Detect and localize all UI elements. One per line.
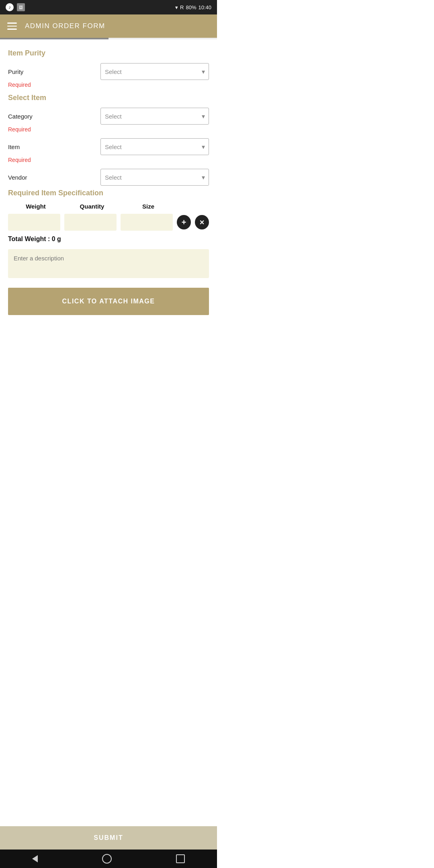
weight-header: Weight: [10, 203, 62, 210]
app-header: ADMIN ORDER FORM: [0, 14, 217, 38]
spec-row: + ×: [8, 214, 209, 231]
spec-headers: Weight Quantity Size: [8, 203, 209, 210]
spec-section-title: Required Item Specification: [8, 189, 209, 197]
item-select-wrapper: Select ▾: [100, 138, 209, 155]
status-bar: 🖼 ▾ R 80% 10:40: [0, 0, 217, 14]
quantity-header: Quantity: [66, 203, 118, 210]
attach-image-button[interactable]: CLICK TO ATTACH IMAGE: [8, 288, 209, 315]
size-input[interactable]: [121, 214, 173, 231]
music-icon: [6, 3, 14, 11]
item-select[interactable]: Select: [100, 138, 209, 155]
purity-select[interactable]: Select: [100, 63, 209, 80]
image-icon: 🖼: [17, 3, 25, 11]
add-row-button[interactable]: +: [177, 215, 191, 229]
purity-section-title: Item Purity: [8, 49, 209, 57]
purity-label: Purity: [8, 68, 23, 75]
total-weight-label: Total Weight :: [8, 235, 50, 242]
menu-button[interactable]: [7, 23, 17, 30]
category-row: Category Select ▾: [8, 108, 209, 125]
status-left: 🖼: [6, 3, 25, 11]
purity-select-wrapper: Select ▾: [100, 63, 209, 80]
battery-text: 80%: [186, 4, 196, 10]
time-display: 10:40: [198, 4, 211, 10]
item-required: Required: [8, 157, 209, 163]
vendor-select[interactable]: Select: [100, 169, 209, 186]
category-required: Required: [8, 126, 209, 133]
description-input[interactable]: [8, 249, 209, 278]
status-right: ▾ R 80% 10:40: [175, 4, 211, 10]
vendor-label: Vendor: [8, 174, 27, 181]
quantity-input[interactable]: [64, 214, 117, 231]
size-header: Size: [122, 203, 174, 210]
specification-section: Required Item Specification Weight Quant…: [8, 189, 209, 319]
item-label: Item: [8, 143, 20, 150]
item-row: Item Select ▾: [8, 138, 209, 155]
tab-indicator: [0, 38, 217, 39]
total-weight-value: 0 g: [52, 235, 61, 242]
purity-row: Purity Select ▾: [8, 63, 209, 80]
category-select-wrapper: Select ▾: [100, 108, 209, 125]
purity-required: Required: [8, 82, 209, 88]
total-weight-display: Total Weight : 0 g: [8, 235, 209, 243]
signal-icon: R: [180, 4, 184, 10]
vendor-select-wrapper: Select ▾: [100, 169, 209, 186]
main-content: Item Purity Purity Select ▾ Required Sel…: [0, 39, 217, 359]
weight-input[interactable]: [8, 214, 60, 231]
header-title: ADMIN ORDER FORM: [25, 22, 105, 30]
remove-row-button[interactable]: ×: [195, 215, 209, 229]
category-label: Category: [8, 113, 33, 120]
category-select[interactable]: Select: [100, 108, 209, 125]
select-item-section-title: Select Item: [8, 94, 209, 102]
wifi-icon: ▾: [175, 4, 178, 10]
vendor-row: Vendor Select ▾: [8, 169, 209, 186]
